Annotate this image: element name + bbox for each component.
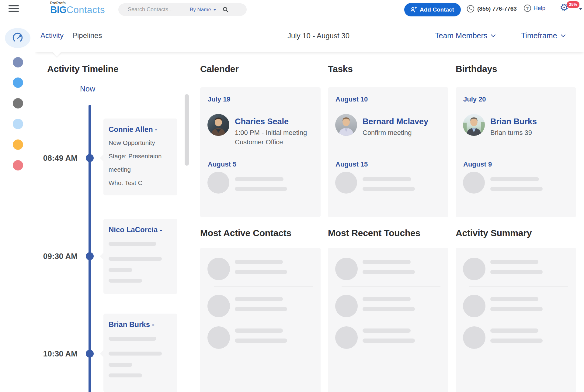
contact-name-link[interactable]: Brian Burks bbox=[490, 117, 537, 126]
placeholder-bar bbox=[363, 177, 411, 181]
placeholder-bar bbox=[363, 339, 415, 343]
contact-name-link[interactable]: Nico LaCorcia - bbox=[103, 219, 177, 234]
placeholder-bar bbox=[235, 187, 287, 191]
placeholder-bar bbox=[363, 260, 411, 264]
placeholder-bar bbox=[109, 373, 142, 377]
tasks-card: August 10 Bernard Mclavey Confirm meetin… bbox=[328, 87, 448, 217]
sidebar-item-contacts[interactable] bbox=[13, 57, 23, 67]
discount-badge: 25% bbox=[567, 1, 579, 8]
search-bar: By Name bbox=[118, 3, 247, 16]
birthdays-heading: Birthdays bbox=[456, 64, 497, 74]
row-divider bbox=[469, 286, 568, 287]
timeframe-label: Timeframe bbox=[521, 31, 557, 40]
activity-summary-card bbox=[456, 248, 576, 392]
placeholder-avatar bbox=[207, 172, 229, 194]
placeholder-bar bbox=[235, 270, 287, 274]
placeholder-bar bbox=[235, 297, 283, 301]
contact-name-link[interactable]: Brian Burks - bbox=[103, 314, 177, 329]
top-bar: ProProfs BIGContacts By Name Add Contact… bbox=[0, 0, 584, 17]
brand-logo[interactable]: ProProfs BIGContacts bbox=[50, 1, 105, 15]
avatar[interactable] bbox=[207, 114, 229, 136]
search-filter-dropdown[interactable]: By Name bbox=[190, 7, 216, 13]
brand-bold: BIG bbox=[50, 5, 67, 15]
search-input[interactable] bbox=[118, 6, 190, 13]
timeline-scrollbar-thumb[interactable] bbox=[185, 94, 189, 166]
contact-name-link[interactable]: Connie Allen - bbox=[103, 119, 177, 134]
contact-name-link[interactable]: Bernard Mclavey bbox=[363, 117, 428, 126]
contact-name-link[interactable]: Charies Seale bbox=[235, 117, 289, 126]
active-tab-notch bbox=[53, 48, 61, 56]
avatar[interactable] bbox=[463, 114, 485, 136]
placeholder-bar bbox=[109, 352, 162, 356]
placeholder-bar bbox=[109, 257, 162, 261]
placeholder-lines bbox=[103, 329, 177, 377]
tab-activity[interactable]: Activity bbox=[40, 31, 64, 40]
placeholder-bar bbox=[490, 328, 538, 333]
tab-pipelines[interactable]: Pipelines bbox=[72, 31, 102, 40]
search-icon[interactable] bbox=[222, 6, 229, 13]
placeholder-bar bbox=[235, 307, 287, 311]
settings-caret-icon[interactable] bbox=[579, 8, 582, 10]
placeholder-bar bbox=[490, 339, 543, 343]
event-date: July 20 bbox=[463, 95, 486, 103]
add-contact-button[interactable]: Add Contact bbox=[404, 3, 461, 16]
sidebar-item-reports[interactable] bbox=[13, 119, 23, 129]
sidebar-item-calendar[interactable] bbox=[13, 77, 23, 88]
activity-timeline-heading: Activity Timeline bbox=[47, 64, 118, 74]
event-date: July 19 bbox=[208, 95, 231, 103]
event-detail: 1:00 PM - Initial meeting Customer Offic… bbox=[235, 128, 316, 147]
activity-card[interactable]: Brian Burks - bbox=[103, 314, 177, 392]
help-link[interactable]: ? Help bbox=[524, 5, 545, 12]
sidebar-item-dashboard[interactable] bbox=[5, 28, 30, 48]
user-plus-icon bbox=[410, 6, 417, 13]
team-members-dropdown[interactable]: Team Members bbox=[435, 31, 495, 40]
placeholder-bar bbox=[109, 268, 132, 272]
team-members-label: Team Members bbox=[435, 31, 487, 40]
chevron-down-icon bbox=[561, 33, 565, 37]
hamburger-menu-icon[interactable] bbox=[9, 5, 19, 12]
caret-down-icon bbox=[213, 9, 216, 11]
row-divider bbox=[342, 286, 440, 287]
activity-card[interactable]: Connie Allen - New Opportunity Stage: Pr… bbox=[103, 119, 177, 195]
placeholder-avatar bbox=[207, 326, 230, 349]
activity-card-text: New Opportunity Stage: Presentaion meeti… bbox=[103, 134, 177, 190]
placeholder-bar bbox=[235, 260, 283, 264]
placeholder-bar bbox=[363, 307, 415, 311]
timeframe-dropdown[interactable]: Timeframe bbox=[521, 31, 565, 40]
sidebar-item-tasks[interactable] bbox=[13, 98, 23, 108]
event-date: August 5 bbox=[208, 160, 236, 168]
dashboard-nav: Activity Pipelines July 10 - August 30 T… bbox=[35, 17, 584, 52]
placeholder-bar bbox=[490, 297, 538, 301]
most-recent-touches-heading: Most Recent Touches bbox=[328, 228, 420, 238]
placeholder-avatar bbox=[207, 258, 230, 280]
calendar-card: July 19 Charies Seale 1:00 PM - Initial … bbox=[200, 87, 321, 217]
timeline-dot bbox=[86, 252, 94, 260]
placeholder-bar bbox=[490, 187, 543, 191]
sidebar-item-settings[interactable] bbox=[13, 160, 23, 170]
activity-card[interactable]: Nico LaCorcia - bbox=[103, 219, 177, 294]
birthdays-card: July 20 Brian Burks Brian turns 39 Augus… bbox=[456, 87, 576, 217]
now-label: Now bbox=[70, 84, 105, 93]
placeholder-bar bbox=[109, 279, 142, 283]
activity-line: New Opportunity bbox=[109, 136, 172, 150]
activity-summary-heading: Activity Summary bbox=[456, 228, 532, 238]
time-label: 09:30 AM bbox=[32, 252, 78, 261]
placeholder-bar bbox=[109, 363, 132, 367]
placeholder-avatar bbox=[335, 172, 357, 194]
placeholder-avatar bbox=[335, 258, 358, 280]
brand-light: Contacts bbox=[67, 5, 105, 15]
placeholder-bar bbox=[490, 270, 543, 274]
avatar[interactable] bbox=[335, 114, 357, 136]
time-label: 10:30 AM bbox=[32, 349, 78, 359]
help-icon: ? bbox=[524, 5, 531, 12]
event-detail: Brian turns 39 bbox=[490, 128, 572, 137]
placeholder-bar bbox=[363, 297, 411, 301]
placeholder-avatar bbox=[335, 326, 358, 349]
help-label: Help bbox=[534, 5, 545, 12]
tasks-heading: Tasks bbox=[328, 64, 353, 74]
event-date: August 9 bbox=[463, 160, 492, 168]
timeline-axis bbox=[89, 105, 91, 392]
sidebar-item-email[interactable] bbox=[13, 139, 23, 150]
phone-contact[interactable]: (855) 776-7763 bbox=[467, 5, 517, 13]
row-divider bbox=[214, 286, 313, 287]
